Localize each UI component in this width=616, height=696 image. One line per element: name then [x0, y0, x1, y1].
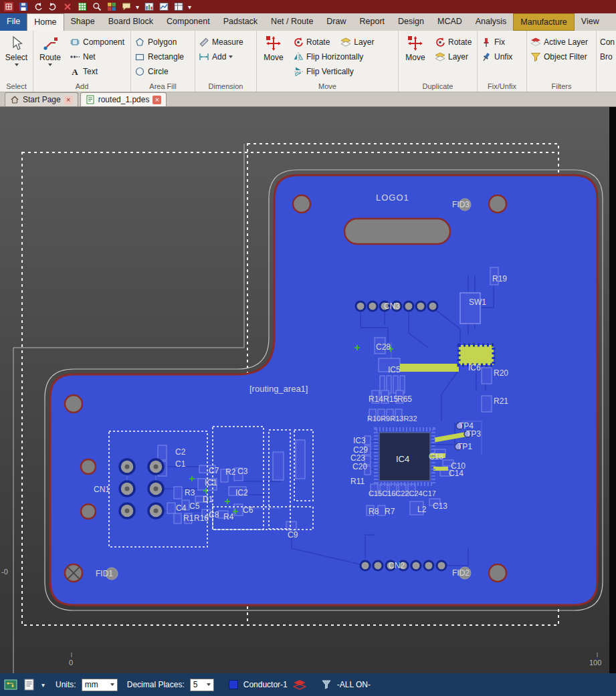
tab-manufacture[interactable]: Manufacture [513, 13, 574, 31]
label-sw1[interactable]: SW1 [469, 298, 486, 307]
units-select[interactable]: mm [82, 679, 118, 691]
chevron-down-icon[interactable]: ▾ [41, 681, 45, 689]
rotate-button[interactable]: Rotate [291, 35, 332, 48]
panel-b-icon[interactable] [159, 2, 169, 12]
label-tp3[interactable]: TP3 [466, 429, 481, 439]
layer-stack-icon[interactable] [293, 679, 306, 690]
pcb-canvas[interactable]: LOGO1 FID3 R19 SW1 CN3 C28 IC5 IC6 R20 R… [0, 107, 616, 673]
board-slot[interactable] [344, 219, 450, 244]
tab-draw[interactable]: Draw [320, 13, 352, 31]
duplicate-move-button[interactable]: Move [400, 33, 431, 82]
undo-icon[interactable] [33, 2, 43, 12]
close-icon[interactable]: × [152, 96, 161, 104]
pcb-drawing[interactable]: LOGO1 FID3 R19 SW1 CN3 C28 IC5 IC6 R20 R… [0, 107, 616, 673]
label-ic5[interactable]: IC5 [388, 365, 401, 374]
color-cells-icon[interactable] [106, 2, 116, 12]
label-d1[interactable]: D1 [203, 495, 213, 504]
decimal-places-select[interactable]: 5 [190, 679, 214, 691]
label-c5[interactable]: C5 [189, 501, 200, 511]
tab-mcad[interactable]: MCAD [431, 13, 469, 31]
tab-board-block[interactable]: Board Block [102, 13, 160, 31]
label-fid3[interactable]: FID3 [452, 200, 470, 209]
label-ic2[interactable]: IC2 [235, 488, 248, 497]
label-l2[interactable]: L2 [417, 505, 427, 514]
flip-vertically-button[interactable]: Flip Vertically [291, 65, 376, 78]
label-ic6[interactable]: IC6 [468, 363, 481, 372]
chevron-down-icon[interactable]: ▾ [136, 3, 139, 11]
tab-home[interactable]: Home [27, 13, 64, 31]
panel-c-icon[interactable] [173, 2, 183, 12]
tab-report[interactable]: Report [353, 13, 392, 31]
label-fid2[interactable]: FID2 [452, 568, 470, 578]
doc-tab-routed[interactable]: routed_1.pdes × [80, 92, 167, 106]
zoom-icon[interactable] [92, 2, 102, 12]
routing-area-label[interactable]: [routing_area1] [249, 384, 308, 394]
clipped-button-1[interactable]: Con [598, 35, 616, 48]
save-icon[interactable] [18, 2, 28, 12]
sheet-list-icon[interactable] [23, 678, 36, 691]
filter-status-icon[interactable] [321, 679, 332, 690]
label-c28[interactable]: C28 [376, 342, 391, 352]
label-logo1[interactable]: LOGO1 [376, 193, 409, 203]
label-r3[interactable]: R3 [185, 488, 195, 497]
label-cn2[interactable]: CN2 [389, 561, 405, 570]
duplicate-rotate-button[interactable]: Rotate [433, 35, 474, 48]
label-c23[interactable]: C23 [350, 453, 365, 463]
label-cn3[interactable]: CN3 [384, 302, 400, 311]
tab-view[interactable]: View [575, 13, 606, 31]
label-caps-row[interactable]: C15C16C22C24C17 [369, 489, 436, 497]
add-net-button[interactable]: Net [68, 50, 126, 63]
label-c6[interactable]: C6 [243, 505, 253, 515]
polygon-button[interactable]: Polygon [132, 35, 186, 48]
close-icon[interactable]: × [64, 96, 73, 104]
move-layer-button[interactable]: Layer [338, 35, 376, 48]
select-button[interactable]: Select [1, 33, 31, 82]
customize-toolbar-icon[interactable]: ▾ [188, 3, 191, 11]
label-c2[interactable]: C2 [175, 447, 186, 457]
tab-file[interactable]: File [0, 13, 27, 31]
label-r19[interactable]: R19 [492, 274, 507, 283]
label-r14r15[interactable]: R14R15 [369, 394, 398, 404]
tab-design[interactable]: Design [391, 13, 431, 31]
label-r65[interactable]: R65 [397, 394, 412, 404]
circle-button[interactable]: Circle [132, 65, 186, 78]
label-c3[interactable]: C3 [237, 467, 248, 476]
label-c13[interactable]: C13 [433, 501, 447, 511]
label-cn1[interactable]: CN1 [94, 485, 110, 494]
label-r7[interactable]: R7 [385, 507, 395, 516]
redo-icon[interactable] [47, 2, 58, 12]
tab-padstack[interactable]: Padstack [217, 13, 264, 31]
fix-button[interactable]: Fix [479, 35, 514, 48]
label-r4[interactable]: R4 [223, 512, 234, 521]
object-filter-button[interactable]: Object Filter [528, 50, 590, 63]
delete-icon[interactable] [62, 2, 72, 12]
label-r20[interactable]: R20 [494, 368, 508, 378]
tab-analysis[interactable]: Analysis [469, 13, 514, 31]
flip-horizontally-button[interactable]: Flip Horizontally [291, 50, 376, 63]
label-c14[interactable]: C14 [449, 469, 464, 478]
grid-icon[interactable] [77, 2, 87, 12]
active-layer-button[interactable]: Active Layer [528, 35, 590, 48]
rectangle-button[interactable]: Rectangle [132, 50, 186, 63]
label-r11[interactable]: R11 [350, 477, 365, 486]
label-ic4[interactable]: IC4 [396, 454, 409, 464]
label-r16[interactable]: R16 [194, 513, 209, 523]
move-button[interactable]: Move [258, 33, 289, 82]
label-r21[interactable]: R21 [494, 396, 508, 406]
label-c4[interactable]: C4 [176, 503, 187, 513]
label-tp1[interactable]: TP1 [457, 442, 472, 451]
label-r1[interactable]: R1 [183, 513, 194, 523]
measure-button[interactable]: Measure [197, 35, 245, 48]
comment-icon[interactable] [121, 2, 131, 12]
label-r2[interactable]: R2 [225, 467, 236, 477]
duplicate-layer-button[interactable]: Layer [433, 50, 474, 63]
label-c9[interactable]: C9 [288, 530, 298, 540]
layer-color-swatch[interactable] [229, 680, 238, 689]
label-c18[interactable]: C18 [429, 452, 443, 461]
label-ic1[interactable]: IC1 [205, 478, 217, 487]
add-text-button[interactable]: A Text [68, 65, 126, 78]
dimension-add-button[interactable]: Add [197, 50, 245, 63]
label-ic3[interactable]: IC3 [353, 436, 366, 445]
doc-tab-start-page[interactable]: Start Page × [5, 92, 78, 106]
panel-a-icon[interactable] [144, 2, 154, 12]
